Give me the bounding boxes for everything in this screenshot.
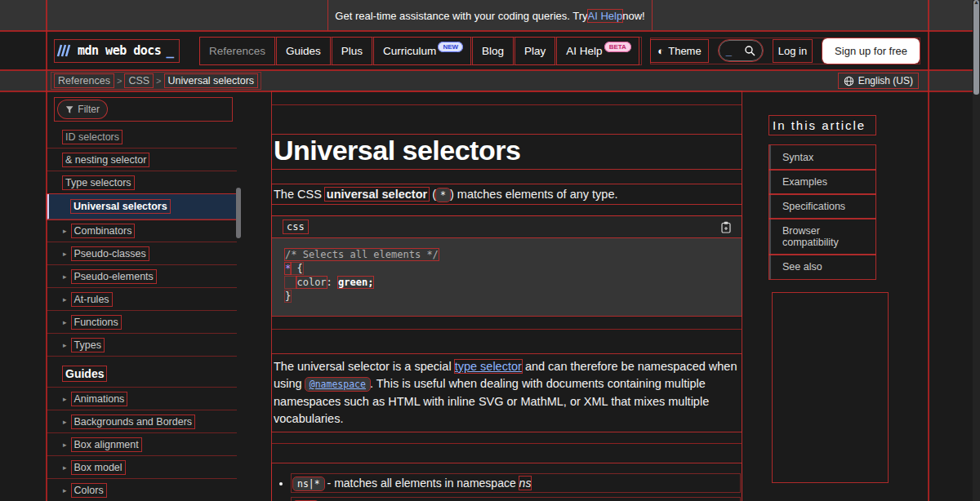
- scroll-up-arrow-icon[interactable]: ▲: [973, 0, 979, 5]
- toc-item-examples[interactable]: Examples: [769, 170, 875, 194]
- namespace-code-link[interactable]: @namespace: [305, 378, 370, 391]
- mdn-logo[interactable]: mdn web docs _: [55, 40, 179, 62]
- breadcrumb-css[interactable]: CSS: [125, 74, 153, 87]
- sidebar-item-backgrounds-borders[interactable]: ▸Backgrounds and Borders: [47, 410, 237, 433]
- annotation-box: [772, 292, 889, 483]
- ns-italic: ns: [519, 477, 532, 490]
- sidebar-item-id-selectors[interactable]: ID selectors: [47, 126, 237, 149]
- search-input[interactable]: _: [719, 40, 763, 61]
- annotation-line: [0, 91, 980, 92]
- globe-icon: [844, 76, 854, 86]
- code-value-token: green;: [338, 277, 373, 288]
- namespace-paragraph: The universal selector is a special type…: [272, 354, 742, 432]
- nav-curriculum[interactable]: CurriculumNEW: [374, 38, 470, 64]
- nav-plus[interactable]: Plus: [332, 38, 372, 64]
- sidebar-item-at-rules[interactable]: ▸At-rules: [47, 288, 237, 311]
- chevron-right-icon[interactable]: ▸: [63, 463, 67, 472]
- sidebar-item-combinators[interactable]: ▸Combinators: [47, 219, 237, 242]
- code-property-token: color: [296, 277, 326, 288]
- chevron-right-icon[interactable]: ▸: [63, 441, 67, 449]
- sidebar-item-nesting-selector[interactable]: & nesting selector: [47, 149, 237, 171]
- header-tools: ◐ Theme _ Log in Sign up for free: [651, 38, 920, 64]
- namespace-variants-list: ns|* - matches all elements in namespace…: [272, 463, 742, 501]
- main-header: mdn web docs _ References Guides Plus Cu…: [0, 31, 980, 70]
- login-link[interactable]: Log in: [773, 40, 812, 62]
- sidebar-guides-list: ▸Animations ▸Backgrounds and Borders ▸Bo…: [47, 388, 237, 501]
- code-example-header: css: [272, 216, 742, 237]
- toc-heading: In this article: [769, 116, 875, 135]
- chevron-right-icon[interactable]: ▸: [63, 273, 67, 281]
- annotation-line: [46, 0, 47, 501]
- promo-text-before: Get real-time assistance with your codin…: [335, 10, 587, 22]
- document-sidebar: Filter ID selectors & nesting selector T…: [47, 91, 237, 501]
- sidebar-item-box-model[interactable]: ▸Box model: [47, 456, 237, 479]
- toc-item-specifications[interactable]: Specifications: [769, 194, 875, 219]
- type-selector-link[interactable]: type selector: [455, 360, 522, 373]
- code-language-label: css: [283, 220, 308, 233]
- chevron-right-icon[interactable]: ▸: [63, 341, 67, 349]
- nav-guides[interactable]: Guides: [277, 38, 330, 64]
- code-indent: [285, 277, 296, 288]
- article-content: Universal selectors The CSS universal se…: [272, 91, 742, 501]
- sidebar-item-colors[interactable]: ▸Colors: [47, 479, 237, 501]
- language-label: English (US): [858, 75, 913, 86]
- sidebar-item-pseudo-classes[interactable]: ▸Pseudo-classes: [47, 242, 237, 265]
- annotation-line: [928, 0, 929, 501]
- toc-list: Syntax Examples Specifications Browser c…: [769, 145, 890, 279]
- new-badge: NEW: [438, 42, 463, 52]
- chevron-right-icon[interactable]: ▸: [63, 250, 67, 258]
- signup-button[interactable]: Sign up for free: [822, 38, 920, 64]
- copy-code-icon[interactable]: [720, 221, 732, 233]
- sidebar-item-box-alignment[interactable]: ▸Box alignment: [47, 433, 237, 456]
- star-code-chip: *: [436, 188, 450, 202]
- promo-banner: Get real-time assistance with your codin…: [0, 0, 980, 31]
- annotation-line: [0, 69, 980, 71]
- breadcrumb-separator: >: [156, 76, 161, 86]
- sidebar-scrollbar-thumb[interactable]: [236, 188, 241, 238]
- nav-ai-help[interactable]: AI HelpBETA: [557, 38, 638, 64]
- beta-badge: BETA: [604, 42, 631, 52]
- breadcrumb-bar: References > CSS > Universal selectors E…: [0, 70, 980, 91]
- ai-help-banner-link[interactable]: AI Help: [588, 10, 623, 22]
- sidebar-item-universal-selectors[interactable]: Universal selectors: [47, 194, 237, 219]
- language-selector[interactable]: English (US): [839, 73, 918, 88]
- chevron-right-icon[interactable]: ▸: [63, 227, 67, 235]
- breadcrumb-separator: >: [117, 76, 122, 86]
- chevron-right-icon[interactable]: ▸: [63, 395, 67, 403]
- in-this-article: In this article Syntax Examples Specific…: [769, 116, 890, 279]
- chevron-right-icon[interactable]: ▸: [63, 318, 67, 326]
- sidebar-filter-input[interactable]: Filter: [57, 100, 108, 119]
- sidebar-item-pseudo-elements[interactable]: ▸Pseudo-elements: [47, 265, 237, 288]
- nav-references[interactable]: References: [200, 38, 274, 64]
- sidebar-item-functions[interactable]: ▸Functions: [47, 311, 237, 334]
- intro-text: The CSS: [274, 188, 325, 201]
- nav-blog[interactable]: Blog: [473, 38, 513, 64]
- nav-play[interactable]: Play: [515, 38, 555, 64]
- breadcrumb-references[interactable]: References: [55, 74, 114, 87]
- sidebar-item-types[interactable]: ▸Types: [47, 334, 237, 357]
- annotation-line: [272, 329, 742, 330]
- toc-item-syntax[interactable]: Syntax: [769, 145, 875, 170]
- page-scrollbar-thumb[interactable]: ▲: [973, 0, 979, 95]
- search-icon[interactable]: [744, 45, 755, 56]
- theme-toggle-button[interactable]: ◐ Theme: [651, 40, 707, 62]
- sidebar-filter-section: Filter: [55, 98, 232, 121]
- annotation-line: [272, 104, 742, 105]
- main-nav: References Guides Plus CurriculumNEW Blo…: [200, 38, 641, 64]
- code-example-body[interactable]: /* Selects all elements */ * { color: gr…: [272, 237, 742, 316]
- filter-icon: [65, 105, 74, 114]
- mdn-logo-text: mdn web docs: [78, 43, 161, 58]
- chevron-right-icon[interactable]: ▸: [63, 418, 67, 426]
- chevron-right-icon[interactable]: ▸: [63, 486, 67, 494]
- sidebar-item-animations[interactable]: ▸Animations: [47, 388, 237, 410]
- mdn-logo-icon: [56, 44, 73, 57]
- annotation-line: [0, 30, 980, 32]
- chevron-right-icon[interactable]: ▸: [63, 295, 67, 304]
- code-brace-close: }: [285, 290, 291, 302]
- code-colon: :: [327, 277, 338, 288]
- breadcrumb-current-page: Universal selectors: [165, 74, 258, 87]
- toc-item-see-also[interactable]: See also: [769, 255, 875, 279]
- toc-item-browser-compatibility[interactable]: Browser compatibility: [769, 219, 875, 255]
- page-scrollbar[interactable]: ▲: [973, 0, 980, 501]
- sidebar-item-type-selectors[interactable]: Type selectors: [47, 171, 237, 194]
